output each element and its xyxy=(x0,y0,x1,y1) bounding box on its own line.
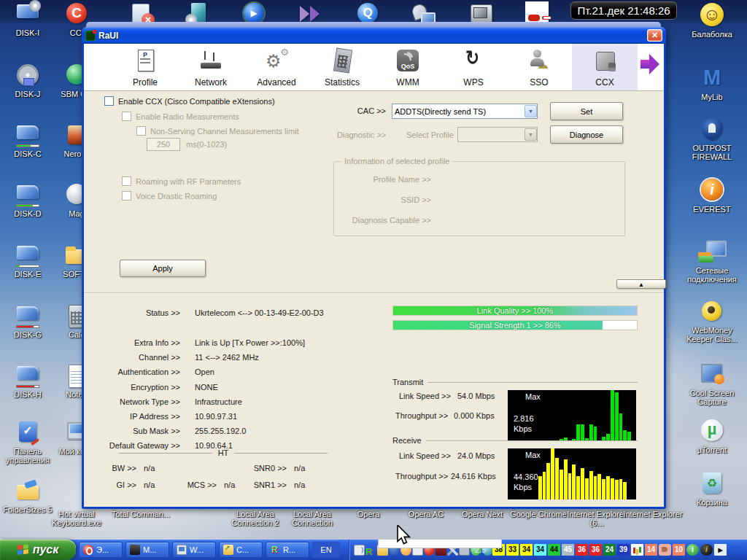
desktop-icon-torrent[interactable]: µTorrent xyxy=(686,419,738,454)
desktop-icon-disk-c[interactable]: DISK-C xyxy=(1,122,54,158)
ccx-tab-icon xyxy=(592,48,617,73)
tray-badge-14[interactable]: 14 xyxy=(645,544,657,556)
everest-icon xyxy=(699,178,725,203)
graph-bar xyxy=(546,463,550,499)
dropdown-arrow-icon[interactable]: ▼ xyxy=(525,105,537,117)
enable-ccx-checkbox[interactable] xyxy=(104,96,114,106)
desktop-icon-cool-screen-capture[interactable]: Cool Screen Capture xyxy=(686,362,738,406)
desktop-icon-label: DISK-E xyxy=(1,270,54,279)
disk-usage-bar xyxy=(16,385,39,388)
diagnose-button[interactable]: Diagnose xyxy=(550,125,623,144)
window-titlebar[interactable]: RaUI ✕ xyxy=(82,27,666,44)
tray-badge-34[interactable]: 34 xyxy=(534,544,546,556)
tab-ccx[interactable]: CCX xyxy=(572,44,638,90)
desktop-icon-hot-virtual-keyboard-exe[interactable]: Hot virtual Keyboard.exe xyxy=(42,510,112,527)
desktop-icon-балаболка[interactable]: Балаболка xyxy=(686,3,738,39)
network-type-value: Infrastructure xyxy=(195,397,242,406)
tab-network[interactable]: Network xyxy=(178,44,244,90)
graph-bar xyxy=(572,464,576,499)
tray-badge-39[interactable]: 39 xyxy=(617,544,630,556)
gi-value: n/a xyxy=(144,481,155,489)
sub-mask-value: 255.255.192.0 xyxy=(195,427,246,435)
horn-tray-icon[interactable] xyxy=(659,544,671,556)
desktop-icon-foldersizes-5[interactable]: FolderSizes 5 xyxy=(1,478,54,514)
next-tabs-arrow-icon[interactable] xyxy=(638,44,659,90)
desktop-icon-disk-d[interactable]: DISK-D xyxy=(1,182,54,218)
ms-limit-input[interactable]: 250 xyxy=(147,138,180,151)
tab-sso[interactable]: SSO xyxy=(506,44,572,90)
tray-badge-24[interactable]: 24 xyxy=(603,544,616,556)
taskbar-button-commander-task[interactable]: C... xyxy=(219,542,263,558)
shield-icon xyxy=(699,117,725,141)
expand-tray-icon[interactable] xyxy=(714,544,727,556)
desktop-icon-everest[interactable]: EVEREST xyxy=(686,178,738,214)
sso-tab-icon xyxy=(527,48,551,73)
apply-button[interactable]: Apply xyxy=(120,260,206,277)
flag-tile xyxy=(23,544,28,549)
desktop-icon-mylib[interactable]: MyLib xyxy=(686,66,738,101)
desktop-icon-disk-e[interactable]: DISK-E xyxy=(1,243,54,279)
desktop-icon-disk-g[interactable]: DISK-G xyxy=(1,303,54,339)
desktop-icon-total-comman[interactable]: Total Comman... xyxy=(106,510,176,518)
task-button-label: R... xyxy=(283,545,295,554)
tab-wmm[interactable]: WMM xyxy=(375,44,441,90)
messenger-task-icon xyxy=(130,545,140,555)
graph-bar xyxy=(560,470,563,499)
chart-tray-icon[interactable] xyxy=(631,544,643,556)
tray-badge-44[interactable]: 44 xyxy=(548,544,560,556)
tab-advanced[interactable]: Advanced xyxy=(244,44,309,90)
gi-label: GI >> xyxy=(93,481,136,489)
taskbar-button-opera-task[interactable]: Э... xyxy=(79,542,123,558)
tray-badge-45[interactable]: 45 xyxy=(562,544,574,556)
taskbar-button-messenger-task[interactable]: M... xyxy=(125,542,169,558)
enable-radio-checkbox-row[interactable]: Enable Radio Measurements xyxy=(122,109,239,122)
raui-r-tray-icon[interactable] xyxy=(365,545,376,556)
tray-badge-33[interactable]: 33 xyxy=(506,544,519,556)
desktop-icon-панель-управления[interactable]: Панель управления xyxy=(1,420,54,464)
enable-ccx-checkbox-row[interactable]: Enable CCX (Cisco Compatible eXtensions) xyxy=(104,94,275,107)
ht-title: HT xyxy=(218,448,229,457)
taskbar-button-raui-task[interactable]: R... xyxy=(266,542,309,558)
non-serving-checkbox[interactable] xyxy=(136,126,146,136)
voice-drastic-checkbox-row[interactable]: Voice Drastic Roaming xyxy=(122,189,217,202)
cac-dropdown[interactable]: ADDTS(Directly send TS) ▼ xyxy=(392,104,538,119)
desktop-icon-корзина[interactable]: Корзина xyxy=(686,471,738,507)
speaker-monitor-tray-icon[interactable] xyxy=(354,545,365,556)
info-green-tray-icon[interactable] xyxy=(686,544,699,556)
close-button[interactable]: ✕ xyxy=(647,29,662,42)
non-serving-checkbox-row[interactable]: Non-Serving Channel Measurements limit xyxy=(136,124,299,137)
roaming-rf-checkbox[interactable] xyxy=(122,176,131,186)
collapse-status-button[interactable] xyxy=(616,279,666,289)
enable-radio-checkbox[interactable] xyxy=(122,112,131,121)
graph-bar xyxy=(585,478,589,499)
desktop-icon-сетевые-подключения[interactable]: Сетевые подключения xyxy=(686,239,738,284)
tx-throughput-label: Throughput >> xyxy=(395,411,448,420)
tab-profile[interactable]: Profile xyxy=(112,44,178,90)
groupbox-legend: Information of selected profile xyxy=(341,157,452,166)
desktop-icon-disk-j[interactable]: DISK-J xyxy=(1,63,54,98)
desktop-icon-webmoney-keeper-clas[interactable]: WebMoney Keeper Clas... xyxy=(686,299,738,343)
profile-name-label: Profile Name >> xyxy=(355,175,431,184)
desktop-icon-disk-h[interactable]: DISK-H xyxy=(1,363,54,399)
desktop-icon-disk-i[interactable]: DISK-I xyxy=(1,1,54,37)
tray-badge-34[interactable]: 34 xyxy=(520,544,533,556)
drive-icon xyxy=(15,243,41,268)
control-panel-icon xyxy=(15,420,41,445)
tray-badge-36[interactable]: 36 xyxy=(589,544,602,556)
desktop-icon-internet-explorer[interactable]: Internet Explorer xyxy=(618,510,688,518)
tab-wps[interactable]: WPS xyxy=(441,44,506,90)
desktop-icon-outpost-firewall[interactable]: OUTPOST FIREWALL xyxy=(686,117,738,161)
info-dark-tray-icon[interactable] xyxy=(700,544,713,556)
tray-badge-10[interactable]: 10 xyxy=(673,544,685,556)
language-indicator[interactable]: EN xyxy=(312,542,340,558)
voice-drastic-checkbox[interactable] xyxy=(122,191,131,201)
desktop-icon-label: MyLib xyxy=(686,93,738,101)
status-value: Ukrtelecom <--> 00-13-49-E2-00-D3 xyxy=(195,308,324,317)
set-button[interactable]: Set xyxy=(550,102,623,120)
start-button[interactable]: пуск xyxy=(0,540,76,560)
tab-statistics[interactable]: Statistics xyxy=(309,44,375,90)
roaming-rf-checkbox-row[interactable]: Roaming with RF Parameters xyxy=(122,174,241,187)
flag-tile xyxy=(18,550,23,555)
taskbar-button-window-task[interactable]: W... xyxy=(172,542,216,558)
tray-badge-36[interactable]: 36 xyxy=(576,544,588,556)
